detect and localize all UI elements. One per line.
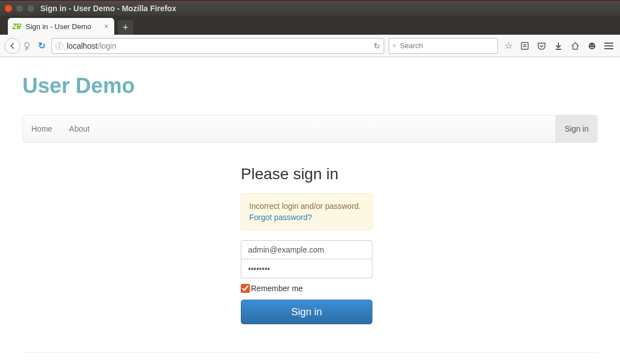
reload-icon[interactable]: ↻ bbox=[36, 40, 47, 52]
permissions-icon[interactable] bbox=[22, 40, 34, 52]
page-content: User Demo Home About Sign in Please sign… bbox=[0, 57, 620, 364]
reading-list-icon[interactable] bbox=[520, 41, 529, 50]
svg-rect-3 bbox=[521, 43, 528, 49]
url-text: localhost/login bbox=[67, 41, 116, 50]
window-title: Sign in - User Demo - Mozilla Firefox bbox=[40, 4, 176, 13]
svg-point-1 bbox=[393, 44, 395, 46]
url-bar[interactable]: i localhost/login ↻ bbox=[52, 38, 384, 54]
svg-point-0 bbox=[25, 43, 29, 47]
pocket-icon[interactable] bbox=[537, 41, 546, 50]
navbar-spacer bbox=[98, 115, 556, 142]
window-close-button[interactable] bbox=[4, 4, 12, 12]
svg-line-2 bbox=[395, 46, 396, 47]
new-tab-button[interactable]: + bbox=[118, 20, 133, 35]
signin-button[interactable]: Sign in bbox=[241, 300, 372, 324]
hamburger-icon bbox=[604, 43, 613, 49]
browser-tab[interactable]: Sign in - User Demo × bbox=[8, 18, 114, 35]
search-icon bbox=[393, 42, 397, 50]
password-field[interactable] bbox=[241, 259, 372, 278]
back-button[interactable] bbox=[4, 38, 20, 54]
search-bar[interactable] bbox=[389, 38, 498, 54]
toolbar-actions: ☆ bbox=[505, 40, 613, 51]
remember-me-checkbox[interactable] bbox=[241, 284, 250, 293]
bookmark-star-icon[interactable]: ☆ bbox=[505, 40, 512, 51]
back-arrow-icon bbox=[9, 43, 16, 49]
url-host: localhost bbox=[67, 41, 97, 50]
browser-tabstrip: Sign in - User Demo × + bbox=[0, 16, 620, 35]
tab-close-icon[interactable]: × bbox=[104, 22, 109, 31]
home-icon[interactable] bbox=[571, 41, 580, 50]
tab-title: Sign in - User Demo bbox=[26, 22, 100, 31]
signin-form: Please sign in Incorrect login and/or pa… bbox=[241, 165, 437, 324]
nav-signin[interactable]: Sign in bbox=[556, 115, 597, 142]
menu-button[interactable] bbox=[604, 43, 613, 49]
svg-point-6 bbox=[589, 43, 595, 49]
email-field[interactable] bbox=[241, 240, 372, 259]
reload-in-urlbar-icon[interactable]: ↻ bbox=[374, 41, 380, 50]
footer-text: © 2005 - 2016 by Your Company. All right… bbox=[22, 353, 598, 364]
site-info-icon[interactable]: i bbox=[55, 42, 63, 50]
nav-about[interactable]: About bbox=[60, 115, 98, 142]
remember-me-row[interactable]: Remember me bbox=[241, 284, 437, 293]
site-navbar: Home About Sign in bbox=[22, 115, 598, 143]
brand-title: User Demo bbox=[22, 74, 598, 98]
window-titlebar: Sign in - User Demo - Mozilla Firefox bbox=[0, 0, 620, 16]
forgot-password-link[interactable]: Forgot password? bbox=[249, 213, 364, 222]
browser-toolbar: ↻ i localhost/login ↻ ☆ bbox=[0, 35, 620, 57]
svg-point-8 bbox=[593, 44, 594, 45]
error-alert: Incorrect login and/or password. Forgot … bbox=[241, 193, 372, 230]
signin-heading: Please sign in bbox=[241, 165, 437, 183]
downloads-icon[interactable] bbox=[554, 41, 563, 50]
window-maximize-button[interactable] bbox=[27, 4, 35, 12]
window-minimize-button[interactable] bbox=[16, 4, 24, 12]
zend-favicon-icon bbox=[12, 24, 21, 29]
svg-point-7 bbox=[590, 44, 591, 45]
url-path: /login bbox=[97, 41, 116, 50]
error-message: Incorrect login and/or password. bbox=[249, 202, 361, 211]
window-buttons bbox=[4, 4, 35, 12]
smiley-icon[interactable] bbox=[588, 41, 596, 50]
nav-home[interactable]: Home bbox=[23, 115, 60, 142]
search-input[interactable] bbox=[400, 41, 494, 50]
remember-me-label: Remember me bbox=[251, 284, 303, 293]
